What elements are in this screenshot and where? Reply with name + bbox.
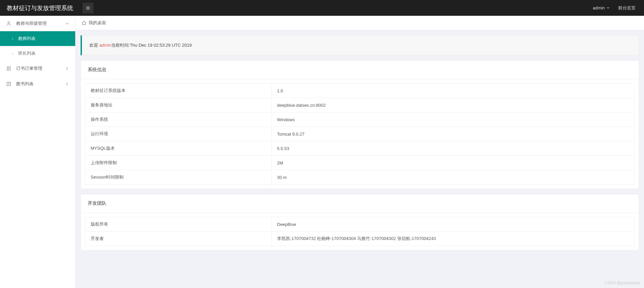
user-menu[interactable]: admin <box>593 5 610 10</box>
sidebar-subitem-teacher-list[interactable]: › 教师列表 <box>0 31 75 46</box>
cell-value: DeepBlue <box>272 217 635 232</box>
watermark: CSDN @pastclouds <box>604 281 640 285</box>
cell-value: 30 m <box>272 170 635 185</box>
top-header: 教材征订与发放管理系统 admin 前台首页 <box>0 0 644 16</box>
table-row: 开发者李凯凯-1707004732 杜晓峥-1707004304 马雅竹-170… <box>85 232 635 246</box>
svg-point-3 <box>8 22 9 23</box>
sidebar-item-label: 教师与班级管理 <box>16 20 65 27</box>
list-icon <box>6 81 13 87</box>
clipboard-icon <box>6 66 13 71</box>
cell-value: Tomcat 9.0.27 <box>272 127 635 141</box>
cell-value: 李凯凯-1707004732 杜晓峥-1707004304 马雅竹-170700… <box>272 232 635 246</box>
svg-rect-8 <box>7 82 11 86</box>
panel-title: 系统信息 <box>81 61 639 79</box>
chevron-right-icon: › <box>12 51 13 55</box>
chevron-down-icon <box>65 21 69 26</box>
dev-team-table: 版权所有DeepBlue 开发者李凯凯-1707004732 杜晓峥-17070… <box>85 217 635 246</box>
sidebar-item-books[interactable]: 图书列表 <box>0 76 75 92</box>
cell-value: Windows <box>272 112 635 127</box>
cell-key: 开发者 <box>85 232 272 246</box>
welcome-prefix: 欢迎 <box>89 43 99 48</box>
table-row: 运行环境Tomcat 9.0.27 <box>85 127 635 141</box>
dev-team-panel: 开发团队 版权所有DeepBlue 开发者李凯凯-1707004732 杜晓峥-… <box>81 194 639 250</box>
menu-toggle-button[interactable] <box>83 3 93 13</box>
table-row: 操作系统Windows <box>85 112 635 127</box>
table-row: 版权所有DeepBlue <box>85 217 635 232</box>
user-name-label: admin <box>593 5 605 10</box>
cell-key: 上传附件限制 <box>85 156 272 170</box>
sidebar-item-label: 订书订单管理 <box>16 65 65 71</box>
breadcrumb-label: 我的桌面 <box>89 20 106 26</box>
sidebar: 教师与班级管理 › 教师列表 › 班长列表 <box>0 16 76 288</box>
main-content: 我的桌面 欢迎 admin当前时间:Thu Dec 19 02:53:29 UT… <box>76 16 644 288</box>
app-title: 教材征订与发放管理系统 <box>0 4 80 12</box>
sidebar-item-teacher-class[interactable]: 教师与班级管理 <box>0 16 75 31</box>
frontend-link[interactable]: 前台首页 <box>618 5 636 11</box>
cell-value: 5.5.53 <box>272 141 635 156</box>
cell-value: 2M <box>272 156 635 170</box>
cell-value: 1.0 <box>272 84 635 98</box>
sidebar-item-order[interactable]: 订书订单管理 <box>0 61 75 76</box>
cell-key: Session时间限制 <box>85 170 272 185</box>
sidebar-item-label: 教师列表 <box>18 36 36 42</box>
sidebar-item-label: 图书列表 <box>16 81 65 87</box>
welcome-user: admin <box>99 43 111 48</box>
table-row: 服务器地址deepblue.datsec.cn:8002 <box>85 98 635 112</box>
menu-icon <box>85 5 91 11</box>
table-row: MYSQL版本5.5.53 <box>85 141 635 156</box>
cell-value: deepblue.datsec.cn:8002 <box>272 98 635 112</box>
cell-key: 教材征订系统版本 <box>85 84 272 98</box>
welcome-alert: 欢迎 admin当前时间:Thu Dec 19 02:53:29 UTC 201… <box>81 35 639 55</box>
chevron-left-icon <box>65 66 69 70</box>
cell-key: 运行环境 <box>85 127 272 141</box>
cell-key: 操作系统 <box>85 112 272 127</box>
user-icon <box>6 21 13 26</box>
chevron-right-icon: › <box>12 37 13 41</box>
table-row: 教材征订系统版本1.0 <box>85 84 635 98</box>
cell-key: 版权所有 <box>85 217 272 232</box>
caret-down-icon <box>606 6 610 10</box>
system-info-panel: 系统信息 教材征订系统版本1.0 服务器地址deepblue.datsec.cn… <box>81 60 639 189</box>
cell-key: 服务器地址 <box>85 98 272 112</box>
system-info-table: 教材征订系统版本1.0 服务器地址deepblue.datsec.cn:8002… <box>85 83 635 185</box>
sidebar-item-label: 班长列表 <box>18 50 36 56</box>
table-row: 上传附件限制2M <box>85 156 635 170</box>
table-row: Session时间限制30 m <box>85 170 635 185</box>
sidebar-subitem-monitor-list[interactable]: › 班长列表 <box>0 46 75 61</box>
cell-key: MYSQL版本 <box>85 141 272 156</box>
chevron-left-icon <box>65 82 69 86</box>
panel-title: 开发团队 <box>81 194 639 213</box>
welcome-time: 当前时间:Thu Dec 19 02:53:29 UTC 2019 <box>111 43 192 48</box>
home-icon <box>82 20 87 26</box>
breadcrumb: 我的桌面 <box>76 16 644 30</box>
